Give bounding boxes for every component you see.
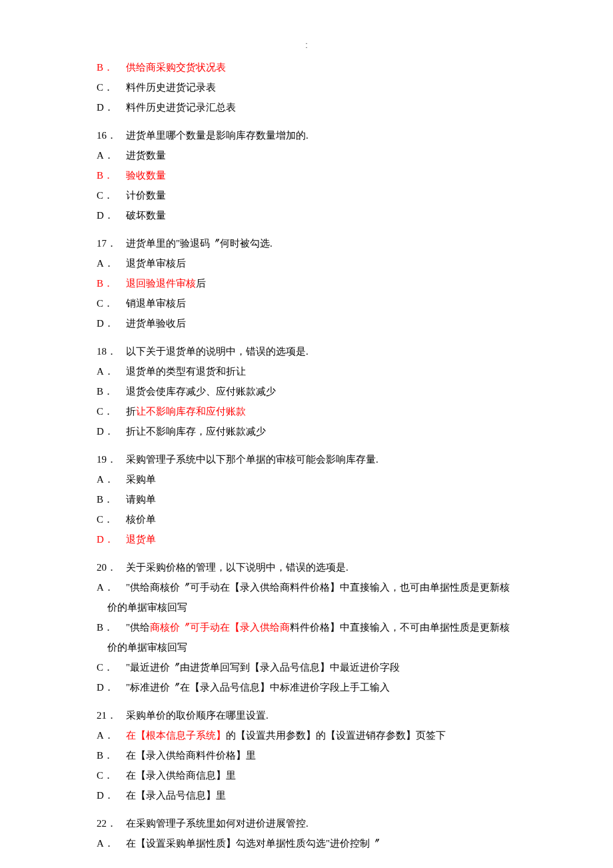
option-text: 在【录入供给商料件价格】里 <box>126 750 256 761</box>
option-marker: C． <box>102 185 126 205</box>
option-marker: B． <box>102 57 126 77</box>
option-d: D．折让不影响库存，应付账款减少 <box>102 421 516 441</box>
question-stem: 22．在采购管理子系统里如何对进价进展管控. <box>102 813 516 833</box>
option-marker: A． <box>102 469 126 489</box>
option-marker: B． <box>102 273 126 293</box>
option-text: 退回验退件审核 <box>126 278 196 289</box>
question-text: 关于采购价格的管理，以下说明中，错误的选项是. <box>126 562 348 573</box>
option-marker: D． <box>102 313 126 333</box>
option-marker: A． <box>102 145 126 165</box>
question-number: 20． <box>102 557 126 577</box>
option-text: "标准进价〞在【录入品号信息】中标准进价字段上手工输入 <box>126 682 390 693</box>
question-text: 以下关于退货单的说明中，错误的选项是. <box>126 346 308 357</box>
option-text: 让不影响库存和应付账款 <box>136 406 246 417</box>
option-b: B．在【录入供给商料件价格】里 <box>102 745 516 765</box>
option-marker: D． <box>102 421 126 441</box>
option-text: 进货数量 <box>126 150 166 161</box>
option-text: 验收数量 <box>126 170 166 181</box>
option-text: 料件历史进货记录表 <box>126 82 216 93</box>
header-dots: . . <box>97 40 516 48</box>
option-marker: D． <box>102 205 126 225</box>
question-19: 19．采购管理子系统中以下那个单据的审核可能会影响库存量. A．采购单 B．请购… <box>97 449 516 549</box>
page: . . B．供给商采购交货状况表 C．料件历史进货记录表 D．料件历史进货记录汇… <box>0 0 613 868</box>
option-c: C．在【录入供给商信息】里 <box>102 765 516 785</box>
option-c: C．销退单审核后 <box>102 293 516 313</box>
question-text: 采购管理子系统中以下那个单据的审核可能会影响库存量. <box>126 454 378 465</box>
option-marker: A． <box>102 577 126 597</box>
option-c: C．核价单 <box>102 509 516 529</box>
option-text: 在【录入品号信息】里 <box>126 790 226 801</box>
option-marker: A． <box>102 725 126 745</box>
question-stem: 17．进货单里的"验退码〞何时被勾选. <box>102 233 516 253</box>
question-number: 18． <box>102 341 126 361</box>
option-marker: D． <box>102 529 126 549</box>
option-a: A．退货单的类型有退货和折让 <box>102 361 516 381</box>
option-text: 采购单 <box>126 474 156 485</box>
option-d: D．进货单验收后 <box>102 313 516 333</box>
question-stem: 16．进货单里哪个数量是影响库存数量增加的. <box>102 125 516 145</box>
option-text: 退货会使库存减少、应付账款减少 <box>126 386 276 397</box>
question-18: 18．以下关于退货单的说明中，错误的选项是. A．退货单的类型有退货和折让 B．… <box>97 341 516 441</box>
option-text: 销退单审核后 <box>126 298 186 309</box>
question-stem: 20．关于采购价格的管理，以下说明中，错误的选项是. <box>102 557 516 577</box>
option-d: D．料件历史进货记录汇总表 <box>102 97 516 117</box>
question-22: 22．在采购管理子系统里如何对进价进展管控. A．在【设置采购单据性质】勾选对单… <box>97 813 516 853</box>
option-text: 退货单审核后 <box>126 258 186 269</box>
option-text: 料件历史进货记录汇总表 <box>126 102 236 113</box>
option-c: C．"最近进价〞由进货单回写到【录入品号信息】中最近进价字段 <box>102 657 516 677</box>
question-stem: 19．采购管理子系统中以下那个单据的审核可能会影响库存量. <box>102 449 516 469</box>
option-c: C．计价数量 <box>102 185 516 205</box>
question-21: 21．采购单价的取价顺序在哪里设置. A．在【根本信息子系统】的【设置共用参数】… <box>97 705 516 805</box>
question-number: 19． <box>102 449 126 469</box>
option-text: 退货单的类型有退货和折让 <box>126 366 246 377</box>
option-text: "最近进价〞由进货单回写到【录入品号信息】中最近进价字段 <box>126 662 400 673</box>
option-text: 的【设置共用参数】的【设置进销存参数】页签下 <box>226 730 446 741</box>
option-a: A．采购单 <box>102 469 516 489</box>
option-b: B．"供给商核价〞可手动在【录入供给商料件价格】中直接输入，不可由单据性质是更新… <box>102 617 516 657</box>
option-text: 请购单 <box>126 494 156 505</box>
option-text: 折 <box>126 406 136 417</box>
option-d: D．"标准进价〞在【录入品号信息】中标准进价字段上手工输入 <box>102 677 516 697</box>
option-marker: C． <box>102 509 126 529</box>
option-text: 核价单 <box>126 514 156 525</box>
option-a: A．在【设置采购单据性质】勾选对单据性质勾选"进价控制〞 <box>102 833 516 853</box>
option-b: B．验收数量 <box>102 165 516 185</box>
option-marker: C． <box>102 765 126 785</box>
option-b: B．供给商采购交货状况表 <box>102 57 516 77</box>
question-text: 进货单里的"验退码〞何时被勾选. <box>126 238 273 249</box>
option-b: B．请购单 <box>102 489 516 509</box>
question-text: 在采购管理子系统里如何对进价进展管控. <box>126 818 308 829</box>
question-number: 21． <box>102 705 126 725</box>
option-b: B．退货会使库存减少、应付账款减少 <box>102 381 516 401</box>
question-orphan: B．供给商采购交货状况表 C．料件历史进货记录表 D．料件历史进货记录汇总表 <box>97 57 516 117</box>
option-text: 在【录入供给商信息】里 <box>126 770 236 781</box>
option-a: A．"供给商核价〞可手动在【录入供给商料件价格】中直接输入，也可由单据性质是更新… <box>102 577 516 617</box>
option-marker: C． <box>102 293 126 313</box>
option-marker: C． <box>102 657 126 677</box>
option-text: 后 <box>196 278 206 289</box>
option-marker: D． <box>102 677 126 697</box>
option-marker: B． <box>102 381 126 401</box>
option-marker: A． <box>102 833 126 853</box>
question-number: 17． <box>102 233 126 253</box>
option-marker: B． <box>102 165 126 185</box>
option-d: D．破坏数量 <box>102 205 516 225</box>
question-text: 进货单里哪个数量是影响库存数量增加的. <box>126 130 308 141</box>
option-marker: A． <box>102 253 126 273</box>
question-16: 16．进货单里哪个数量是影响库存数量增加的. A．进货数量 B．验收数量 C．计… <box>97 125 516 225</box>
option-a: A．退货单审核后 <box>102 253 516 273</box>
option-marker: D． <box>102 97 126 117</box>
question-number: 22． <box>102 813 126 833</box>
option-text: "供给 <box>126 622 150 633</box>
option-text: 进货单验收后 <box>126 318 186 329</box>
question-number: 16． <box>102 125 126 145</box>
option-d: D．在【录入品号信息】里 <box>102 785 516 805</box>
option-marker: B． <box>102 745 126 765</box>
question-text: 采购单价的取价顺序在哪里设置. <box>126 710 269 721</box>
option-d: D．退货单 <box>102 529 516 549</box>
option-text: 破坏数量 <box>126 210 166 221</box>
option-text: 在【设置采购单据性质】勾选对单据性质勾选"进价控制〞 <box>126 838 380 849</box>
option-a: A．进货数量 <box>102 145 516 165</box>
option-c: C．折让不影响库存和应付账款 <box>102 401 516 421</box>
option-text: 供给商采购交货状况表 <box>126 62 226 73</box>
